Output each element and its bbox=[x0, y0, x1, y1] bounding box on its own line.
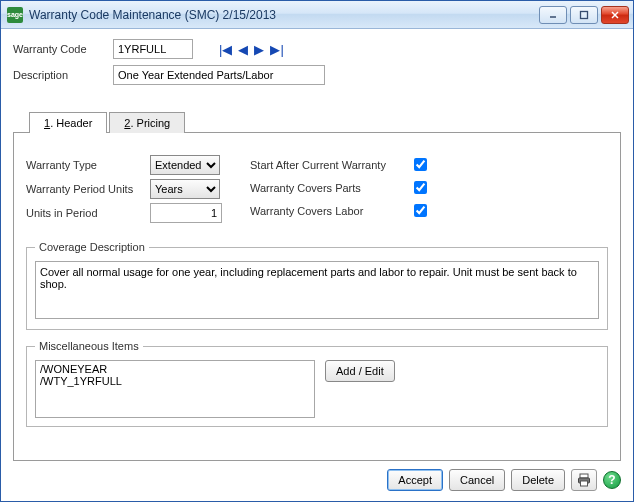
tab-panel-header: Warranty Type Extended Warranty Period U… bbox=[13, 132, 621, 461]
tab-pricing[interactable]: 2. Pricing bbox=[109, 112, 185, 133]
help-icon: ? bbox=[608, 473, 615, 487]
misc-legend: Miscellaneous Items bbox=[35, 340, 143, 352]
add-edit-button[interactable]: Add / Edit bbox=[325, 360, 395, 382]
warranty-code-input[interactable] bbox=[113, 39, 193, 59]
form-left-column: Warranty Type Extended Warranty Period U… bbox=[26, 155, 222, 227]
svg-rect-6 bbox=[581, 481, 588, 486]
nav-prev-icon[interactable]: ◀ bbox=[238, 42, 248, 57]
tab-pricing-accel: 2 bbox=[124, 117, 130, 129]
delete-button[interactable]: Delete bbox=[511, 469, 565, 491]
tab-header[interactable]: 1. Header bbox=[29, 112, 107, 133]
minimize-button[interactable] bbox=[539, 6, 567, 24]
misc-listbox[interactable]: /WONEYEAR /WTY_1YRFULL bbox=[35, 360, 315, 418]
tab-header-label: Header bbox=[56, 117, 92, 129]
warranty-code-label: Warranty Code bbox=[13, 43, 113, 55]
window-controls bbox=[539, 6, 629, 24]
footer-bar: Accept Cancel Delete ? bbox=[1, 461, 633, 501]
covers-labor-label: Warranty Covers Labor bbox=[250, 205, 410, 217]
nav-next-icon[interactable]: ▶ bbox=[254, 42, 264, 57]
content-area: Warranty Code |◀ ◀ ▶ ▶| Description 1. H… bbox=[1, 29, 633, 461]
description-input[interactable] bbox=[113, 65, 325, 85]
printer-icon bbox=[577, 473, 591, 487]
add-edit-label: Add / Edit bbox=[336, 365, 384, 377]
titlebar: sage Warranty Code Maintenance (SMC) 2/1… bbox=[1, 1, 633, 29]
units-in-period-input[interactable] bbox=[150, 203, 222, 223]
svg-rect-1 bbox=[581, 11, 588, 18]
cancel-button[interactable]: Cancel bbox=[449, 469, 505, 491]
coverage-textarea[interactable]: Cover all normal usage for one year, inc… bbox=[35, 261, 599, 319]
covers-parts-label: Warranty Covers Parts bbox=[250, 182, 410, 194]
nav-first-icon[interactable]: |◀ bbox=[219, 42, 232, 57]
warranty-type-select[interactable]: Extended bbox=[150, 155, 220, 175]
nav-last-icon[interactable]: ▶| bbox=[270, 42, 283, 57]
tab-pricing-label: Pricing bbox=[137, 117, 171, 129]
coverage-legend: Coverage Description bbox=[35, 241, 149, 253]
misc-fieldset: Miscellaneous Items /WONEYEAR /WTY_1YRFU… bbox=[26, 340, 608, 427]
covers-parts-checkbox[interactable] bbox=[414, 181, 427, 194]
app-icon: sage bbox=[7, 7, 23, 23]
warranty-type-label: Warranty Type bbox=[26, 159, 150, 171]
tab-header-accel: 1 bbox=[44, 117, 50, 129]
accept-label: Accept bbox=[398, 474, 432, 486]
record-nav: |◀ ◀ ▶ ▶| bbox=[219, 42, 284, 57]
coverage-fieldset: Coverage Description Cover all normal us… bbox=[26, 241, 608, 330]
list-item[interactable]: /WTY_1YRFULL bbox=[40, 375, 310, 387]
print-button[interactable] bbox=[571, 469, 597, 491]
units-in-period-label: Units in Period bbox=[26, 207, 150, 219]
cancel-label: Cancel bbox=[460, 474, 494, 486]
svg-rect-4 bbox=[580, 474, 588, 478]
period-units-label: Warranty Period Units bbox=[26, 183, 150, 195]
covers-labor-checkbox[interactable] bbox=[414, 204, 427, 217]
start-after-checkbox[interactable] bbox=[414, 158, 427, 171]
list-item[interactable]: /WONEYEAR bbox=[40, 363, 310, 375]
accept-button[interactable]: Accept bbox=[387, 469, 443, 491]
window-title: Warranty Code Maintenance (SMC) 2/15/201… bbox=[29, 8, 539, 22]
maximize-button[interactable] bbox=[570, 6, 598, 24]
help-button[interactable]: ? bbox=[603, 471, 621, 489]
delete-label: Delete bbox=[522, 474, 554, 486]
form-right-column: Start After Current Warranty Warranty Co… bbox=[250, 155, 430, 227]
start-after-label: Start After Current Warranty bbox=[250, 159, 410, 171]
close-button[interactable] bbox=[601, 6, 629, 24]
description-label: Description bbox=[13, 69, 113, 81]
period-units-select[interactable]: Years bbox=[150, 179, 220, 199]
tab-strip: 1. Header 2. Pricing bbox=[13, 111, 621, 132]
